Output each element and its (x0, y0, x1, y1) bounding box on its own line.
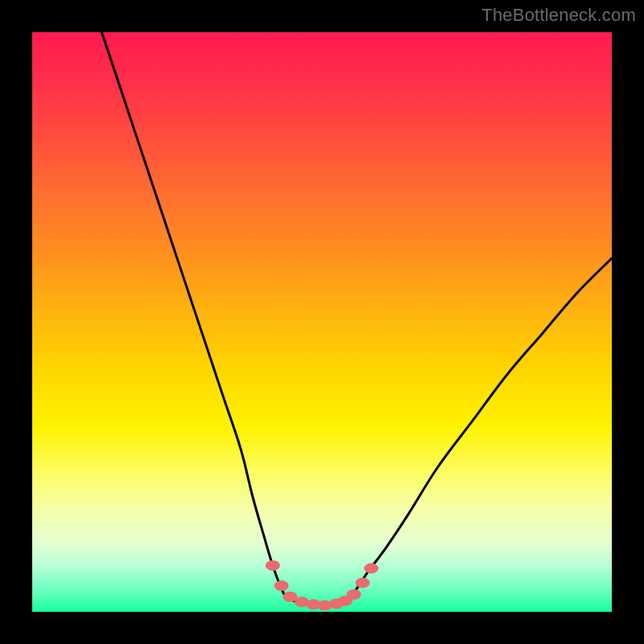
outer-frame: TheBottleneck.com (0, 0, 644, 644)
bottleneck-curve (101, 32, 612, 605)
plot-area (32, 32, 612, 612)
marker-dot (275, 580, 289, 591)
watermark-text: TheBottleneck.com (481, 5, 636, 26)
marker-dot (266, 560, 280, 571)
marker-dot (364, 564, 378, 574)
chart-svg (32, 32, 612, 612)
marker-dot (355, 578, 369, 588)
marker-dot (347, 589, 361, 600)
trough-markers (266, 560, 378, 611)
